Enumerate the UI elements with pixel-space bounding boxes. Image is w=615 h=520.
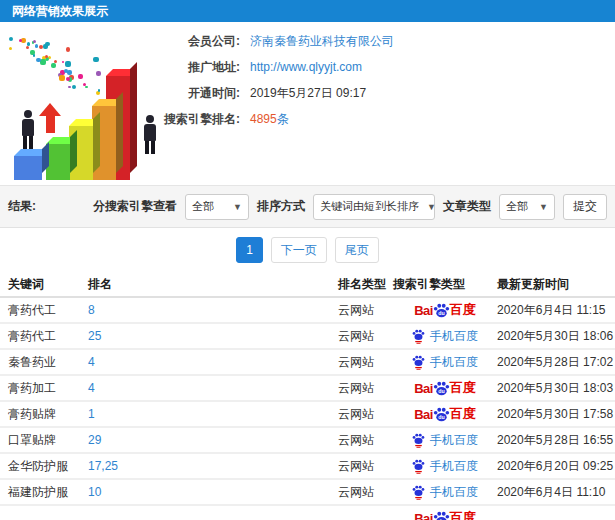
info-row-company: 会员公司: 济南秦鲁药业科技有限公司 <box>0 28 475 54</box>
engine-cell: Baidu百度 <box>393 405 497 423</box>
table-row: 膏药代工25云网站手机百度2020年5月30日 18:06 <box>0 324 615 350</box>
filter-group: 分搜索引擎查看 全部 ▼ 排序方式 关键词由短到长排序 ▼ 文章类型 全部 ▼ … <box>93 194 607 220</box>
baidu-logo: Baidu百度 <box>414 509 476 520</box>
baidu-paw-icon <box>412 328 425 344</box>
engine-cell: Baidu百度 <box>393 509 497 520</box>
article-type-select[interactable]: 全部 ▼ <box>499 194 555 220</box>
rank-type-cell: 云网站 <box>338 484 393 501</box>
company-label: 会员公司: <box>0 33 240 50</box>
table-row: 秦鲁药业4云网站手机百度2020年5月28日 17:02 <box>0 350 615 376</box>
chevron-down-icon: ▼ <box>539 202 548 212</box>
businessman-figure-left <box>22 110 34 149</box>
col-rank-type: 排名类型 <box>338 276 393 293</box>
rank-cell: 1 <box>88 407 338 421</box>
engine-filter-select[interactable]: 全部 ▼ <box>185 194 249 220</box>
rank-link[interactable]: 4 <box>88 355 95 369</box>
table-row-partial: Baidu百度 <box>0 506 615 520</box>
keyword-cell: 膏药代工 <box>8 328 88 345</box>
rank-link[interactable]: 29 <box>88 433 101 447</box>
keyword-cell: 膏药贴牌 <box>8 406 88 423</box>
rank-cell: 8 <box>88 303 338 317</box>
rank-cell: 17,25 <box>88 459 338 473</box>
article-type-value: 全部 <box>506 199 528 214</box>
keyword-cell: 膏药代工 <box>8 302 88 319</box>
svg-text:du: du <box>438 310 444 316</box>
rank-link[interactable]: 1 <box>88 407 95 421</box>
last-page-button[interactable]: 尾页 <box>335 237 379 263</box>
baidu-paw-icon: du <box>433 510 450 520</box>
rank-cell: 10 <box>88 485 338 499</box>
engine-cell: 手机百度 <box>393 328 497 345</box>
updated-cell: 2020年5月30日 18:06 <box>497 328 615 345</box>
keyword-cell: 秦鲁药业 <box>8 354 88 371</box>
rank-cell: 25 <box>88 329 338 343</box>
mobile-baidu-logo: 手机百度 <box>412 432 478 449</box>
rank-type-cell: 云网站 <box>338 432 393 449</box>
keyword-cell: 膏药加工 <box>8 380 88 397</box>
rank-type-cell: 云网站 <box>338 302 393 319</box>
pagination: 1 下一页 尾页 <box>0 228 615 272</box>
info-row-url: 推广地址: http://www.qlyyjt.com <box>0 54 475 80</box>
mobile-baidu-logo: 手机百度 <box>412 328 478 345</box>
svg-text:du: du <box>438 388 444 394</box>
engine-cell: Baidu百度 <box>393 301 497 319</box>
rank-type-cell: 云网站 <box>338 458 393 475</box>
updated-cell: 2020年5月28日 17:02 <box>497 354 615 371</box>
chevron-down-icon: ▼ <box>233 202 242 212</box>
engine-cell: Baidu百度 <box>393 379 497 397</box>
rank-type-cell: 云网站 <box>338 406 393 423</box>
page-title: 网络营销效果展示 <box>12 4 108 18</box>
mobile-baidu-logo: 手机百度 <box>412 458 478 475</box>
open-time-value: 2019年5月27日 09:17 <box>250 85 366 102</box>
sort-filter-label: 排序方式 <box>257 198 305 215</box>
updated-cell: 2020年6月4日 11:10 <box>497 484 615 501</box>
baidu-paw-icon: du <box>433 380 450 397</box>
table-row: 膏药贴牌1云网站Baidu百度2020年5月30日 17:58 <box>0 402 615 428</box>
rank-link[interactable]: 10 <box>88 485 101 499</box>
page-button-current[interactable]: 1 <box>236 237 263 263</box>
info-section: 会员公司: 济南秦鲁药业科技有限公司 推广地址: http://www.qlyy… <box>0 22 615 185</box>
engine-cell: 手机百度 <box>393 484 497 501</box>
engine-cell: 手机百度 <box>393 354 497 371</box>
table-row: 口罩贴牌29云网站手机百度2020年5月28日 16:55 <box>0 428 615 454</box>
updated-cell: 2020年6月20日 09:25 <box>497 458 615 475</box>
engine-cell: 手机百度 <box>393 432 497 449</box>
rank-type-cell: 云网站 <box>338 380 393 397</box>
sort-filter-value: 关键词由短到长排序 <box>320 199 419 214</box>
rank-link[interactable]: 8 <box>88 303 95 317</box>
rank-link[interactable]: 17,25 <box>88 459 118 473</box>
title-bar: 网络营销效果展示 <box>0 0 615 22</box>
table-body: 膏药代工8云网站Baidu百度2020年6月4日 11:15膏药代工25云网站手… <box>0 298 615 520</box>
svg-text:du: du <box>438 414 444 420</box>
rank-link[interactable]: 25 <box>88 329 101 343</box>
result-label: 结果: <box>8 198 36 215</box>
rank-cell: 4 <box>88 355 338 369</box>
baidu-paw-icon <box>412 354 425 370</box>
company-name-link[interactable]: 济南秦鲁药业科技有限公司 <box>250 33 394 50</box>
rank-type-cell: 云网站 <box>338 354 393 371</box>
table-header: 关键词 排名 排名类型 搜索引擎类型 最新更新时间 <box>0 272 615 298</box>
growth-arrow-icon <box>39 103 61 133</box>
keyword-cell: 口罩贴牌 <box>8 432 88 449</box>
updated-cell: 2020年5月30日 18:03 <box>497 380 615 397</box>
chart-bar <box>14 149 49 180</box>
baidu-logo: Baidu百度 <box>414 301 476 319</box>
keyword-cell: 金华防护服 <box>8 458 88 475</box>
table-row: 金华防护服17,25云网站手机百度2020年6月20日 09:25 <box>0 454 615 480</box>
rank-link[interactable]: 4 <box>88 381 95 395</box>
col-keyword: 关键词 <box>8 276 88 293</box>
baidu-logo: Baidu百度 <box>414 405 476 423</box>
next-page-button[interactable]: 下一页 <box>271 237 327 263</box>
filter-bar: 结果: 分搜索引擎查看 全部 ▼ 排序方式 关键词由短到长排序 ▼ 文章类型 全… <box>0 185 615 228</box>
keyword-cell: 福建防护服 <box>8 484 88 501</box>
col-engine-type: 搜索引擎类型 <box>393 276 497 293</box>
updated-cell: 2020年5月28日 16:55 <box>497 432 615 449</box>
table-row: 膏药加工4云网站Baidu百度2020年5月30日 18:03 <box>0 376 615 402</box>
promo-url-link[interactable]: http://www.qlyyjt.com <box>250 60 362 74</box>
submit-button[interactable]: 提交 <box>563 194 607 220</box>
engine-cell: 手机百度 <box>393 458 497 475</box>
updated-cell: 2020年6月4日 11:15 <box>497 302 615 319</box>
baidu-logo: Baidu百度 <box>414 379 476 397</box>
sort-filter-select[interactable]: 关键词由短到长排序 ▼ <box>313 194 435 220</box>
updated-cell: 2020年5月30日 17:58 <box>497 406 615 423</box>
